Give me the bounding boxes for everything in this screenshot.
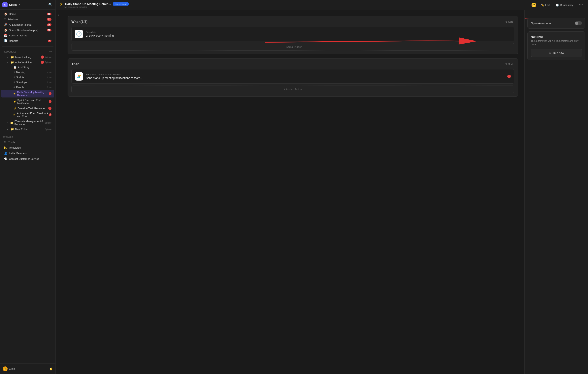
agenda-icon: 📅 xyxy=(4,34,7,37)
user-emoji-avatar: 😊 xyxy=(531,3,536,8)
automation-icon: ⚡ xyxy=(13,92,16,95)
edit-button[interactable]: ✏️ Edit xyxy=(539,3,551,8)
sidebar-item-label: People xyxy=(16,86,24,89)
add-trigger-button[interactable]: + Add a Trigger xyxy=(71,43,514,51)
user-avatar: 😊 xyxy=(3,366,8,371)
chevron-down-icon: ▾ xyxy=(19,4,20,6)
run-now-button[interactable]: ⏱ Run now xyxy=(531,49,582,57)
dashboard-icon: 🏠 xyxy=(4,28,7,32)
nav-badge: 4 xyxy=(48,40,52,42)
automation-icon: ⚡ xyxy=(13,113,16,116)
sidebar-nav: 🏠 Home 15 ☑ Missions 11 🚀 AI Launcher (a… xyxy=(0,10,55,45)
sidebar-item-templates[interactable]: 📐 Templates xyxy=(1,145,54,150)
trigger-icon: 🕐 xyxy=(75,30,83,38)
sidebar-item-invite-members[interactable]: 👤 Invite Members xyxy=(1,151,54,156)
sidebar-item-issue-tracking[interactable]: ▶ 📁 Issue tracking ! 4piece xyxy=(1,55,54,59)
contact-icon: 💬 xyxy=(4,157,7,160)
sidebar-item-backlog[interactable]: # Backlog 3row xyxy=(1,70,54,75)
item-meta: 4piece xyxy=(45,56,52,58)
sidebar-item-sprints[interactable]: # Sprints 3row xyxy=(1,75,54,80)
sidebar-item-label: Standups xyxy=(16,81,27,84)
home-icon: 🏠 xyxy=(4,12,7,15)
sort-icon: ⇅ xyxy=(505,63,507,66)
error-badge: ! xyxy=(49,92,52,95)
sidebar-item-label: Agile Workflow xyxy=(15,61,32,64)
missions-icon: ☑ xyxy=(4,18,7,21)
sidebar-item-standups[interactable]: # Standups 3row xyxy=(1,80,54,85)
edit-label: Edit xyxy=(545,4,550,7)
main-canvas: When(1/3) ⇅ Sort 🕐 Scheduler at 9 AM eve… xyxy=(61,10,524,374)
item-meta: 3row xyxy=(47,71,52,74)
sidebar-item-add-story[interactable]: 📋 Add Story xyxy=(1,65,54,70)
doc-icon: 📋 xyxy=(13,66,17,69)
explore-section-header: Explore xyxy=(0,134,55,139)
run-history-button[interactable]: 🕐 Run history xyxy=(554,3,575,8)
sidebar-item-contact-service[interactable]: 💬 Contact Customer Service xyxy=(1,156,54,161)
more-options-button[interactable]: ••• xyxy=(578,2,584,8)
warning-badge: ! xyxy=(507,75,511,78)
sidebar-item-it-assets[interactable]: ▶ 📁 IT Assets Management & Reminder 5pie… xyxy=(1,119,54,127)
then-block: Then ⇅ Sort xyxy=(68,58,518,97)
collapse-button[interactable]: ≡ xyxy=(56,10,61,374)
sidebar-item-label: Space Dashboard (alpha) xyxy=(9,29,38,32)
item-meta: 5piece xyxy=(45,121,52,124)
when-sort-button[interactable]: ⇅ Sort xyxy=(504,20,514,24)
svg-rect-8 xyxy=(78,77,80,77)
svg-rect-6 xyxy=(78,75,80,76)
folder-icon: 📁 xyxy=(11,61,14,64)
grid-icon: # xyxy=(13,86,15,89)
item-meta: 9piece xyxy=(45,61,52,64)
content-wrapper: ≡ When(1/3) ⇅ Sort 🕐 Scheduler at 9 AM e… xyxy=(56,10,588,374)
automation-icon: ⚡ xyxy=(13,107,17,110)
folder-icon: 📁 xyxy=(10,121,13,124)
sidebar-item-agenda[interactable]: 📅 Agenda (alpha) xyxy=(1,33,54,38)
sidebar-item-people[interactable]: # People 3row xyxy=(1,85,54,89)
can-manage-badge: Can manage xyxy=(113,2,129,6)
sidebar-item-label: Missions xyxy=(8,18,18,21)
item-meta: 3row xyxy=(47,86,52,88)
space-selector[interactable]: S Space ▾ xyxy=(2,2,20,7)
sidebar-item-form-feedback[interactable]: ⚡ Automated Form Feedback and Con... ! xyxy=(1,111,54,119)
item-meta: 3row xyxy=(47,76,52,78)
nav-badge: 11 xyxy=(47,18,52,21)
sidebar-item-home[interactable]: 🏠 Home 15 xyxy=(1,11,54,17)
when-block: When(1/3) ⇅ Sort 🕐 Scheduler at 9 AM eve… xyxy=(68,16,518,54)
expand-icon: ▼ xyxy=(7,61,10,63)
then-block-header: Then ⇅ Sort xyxy=(71,62,514,66)
then-sort-button[interactable]: ⇅ Sort xyxy=(504,62,514,66)
reports-icon: 📄 xyxy=(4,39,7,42)
grid-icon: # xyxy=(13,71,15,74)
action-card[interactable]: Send Message to Slack Channel Send stand… xyxy=(71,69,514,84)
search-button[interactable]: 🔍 xyxy=(48,2,53,7)
add-action-button[interactable]: + Add an Action xyxy=(71,86,514,93)
expand-icon: ▶ xyxy=(7,122,9,124)
sidebar-item-reports[interactable]: 📄 Reports 4 xyxy=(1,38,54,43)
svg-point-5 xyxy=(80,75,81,76)
main-header: ⚡ Daily Stand-Up Meeting Remin... Can ma… xyxy=(56,0,588,10)
run-history-label: Run history xyxy=(560,4,573,7)
sidebar-item-missions[interactable]: ☑ Missions 11 xyxy=(1,17,54,22)
page-title: Daily Stand-Up Meeting Remin... xyxy=(65,2,111,6)
action-info: Send Message to Slack Channel Send stand… xyxy=(86,73,504,80)
nav-badge: 15 xyxy=(47,29,52,32)
sidebar-item-trash[interactable]: 🗑 Trash xyxy=(1,139,54,145)
trigger-card[interactable]: 🕐 Scheduler at 9 AM every morning xyxy=(71,27,514,41)
sidebar-item-overdue-task[interactable]: ⚡ Overdue Task Reminder ! xyxy=(1,106,54,110)
user-row[interactable]: 😊 Allen 🔔 xyxy=(0,365,55,372)
resource-more-button[interactable]: ••• xyxy=(49,50,53,54)
bell-icon[interactable]: 🔔 xyxy=(49,367,53,370)
sidebar-item-daily-standup[interactable]: ⚡ Daily Stand-Up Meeting Reminder ! xyxy=(1,90,54,98)
sidebar-item-label: Sprint Start and End Notification xyxy=(17,99,49,105)
sidebar-item-new-folder[interactable]: ▶ 📁 New Folder 8piece xyxy=(1,127,54,132)
expand-icon: ▶ xyxy=(7,56,10,58)
sidebar-item-agile-workflow[interactable]: ▼ 📁 Agile Workflow ! 9piece xyxy=(1,60,54,65)
open-automation-toggle[interactable] xyxy=(575,21,582,25)
add-resource-button[interactable]: + xyxy=(46,50,48,54)
sidebar-item-space-dashboard[interactable]: 🏠 Space Dashboard (alpha) 15 xyxy=(1,27,54,33)
run-now-title: Run now xyxy=(531,35,582,38)
sidebar-item-label: Templates xyxy=(9,146,21,149)
trigger-description: at 9 AM every morning xyxy=(86,34,511,37)
sidebar-item-sprint-notification[interactable]: ⚡ Sprint Start and End Notification ! xyxy=(1,98,54,105)
sidebar-item-ai-launcher[interactable]: 🚀 AI Launcher (alpha) 15 xyxy=(1,22,54,27)
invite-icon: 👤 xyxy=(4,152,7,155)
